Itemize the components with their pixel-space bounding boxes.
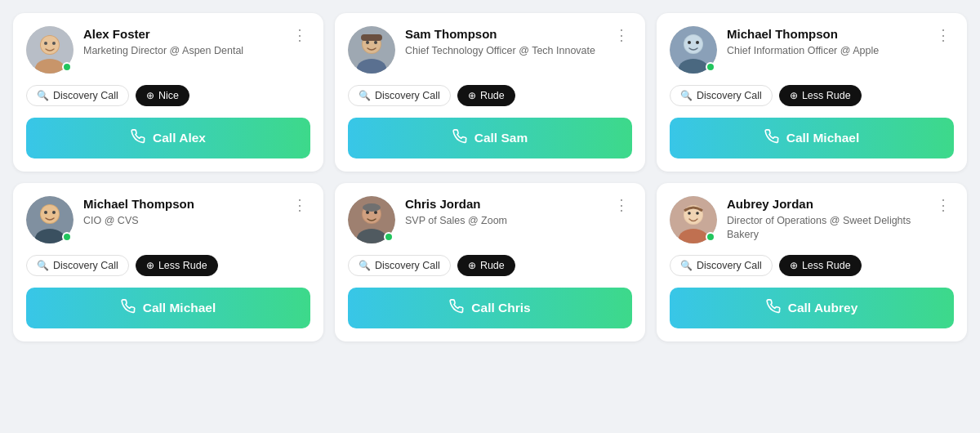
- phone-icon: [766, 299, 781, 317]
- tag-list: 🔍 Discovery Call ⊕ Less Rude: [26, 255, 310, 276]
- persona-tag[interactable]: ⊕ Less Rude: [779, 85, 862, 106]
- call-label: Call Alex: [153, 131, 206, 145]
- call-button[interactable]: Call Michael: [670, 118, 954, 158]
- discovery-call-tag[interactable]: 🔍 Discovery Call: [670, 255, 773, 276]
- contact-role: Director of Operations @ Sweet Delights …: [727, 214, 923, 243]
- phone-icon: [764, 129, 779, 147]
- contact-card-michael-thompson-apple: Michael Thompson Chief Information Offic…: [657, 13, 967, 172]
- tag-list: 🔍 Discovery Call ⊕ Rude: [348, 255, 632, 276]
- persona-icon: ⊕: [146, 260, 154, 271]
- persona-icon: ⊕: [146, 90, 154, 101]
- svg-point-17: [688, 41, 691, 44]
- persona-tag[interactable]: ⊕ Less Rude: [779, 255, 862, 276]
- contact-role: Marketing Director @ Aspen Dental: [83, 44, 279, 59]
- call-button[interactable]: Call Michael: [26, 288, 310, 328]
- persona-icon: ⊕: [790, 90, 798, 101]
- call-label: Call Michael: [143, 301, 216, 315]
- card-header: Alex Foster Marketing Director @ Aspen D…: [26, 26, 310, 74]
- persona-tag[interactable]: ⊕ Rude: [457, 85, 515, 106]
- tag-list: 🔍 Discovery Call ⊕ Less Rude: [670, 85, 954, 106]
- contact-role: CIO @ CVS: [83, 214, 279, 229]
- svg-point-10: [366, 41, 369, 44]
- avatar: [348, 26, 395, 74]
- persona-tag[interactable]: ⊕ Nice: [136, 85, 189, 106]
- more-options-button[interactable]: ⋮: [933, 196, 954, 214]
- more-options-button[interactable]: ⋮: [611, 196, 632, 214]
- svg-point-31: [363, 203, 381, 212]
- tag2-label: Nice: [158, 90, 179, 101]
- persona-icon: ⊕: [790, 260, 798, 271]
- phone-icon: [452, 129, 467, 147]
- contact-name: Aubrey Jordan: [727, 196, 923, 212]
- search-icon: 🔍: [359, 260, 371, 271]
- call-button[interactable]: Call Aubrey: [670, 288, 954, 328]
- contact-card-sam-thompson: Sam Thompson Chief Technology Officer @ …: [335, 13, 645, 172]
- avatar-wrap: [348, 196, 395, 243]
- contact-card-aubrey-jordan: Aubrey Jordan Director of Operations @ S…: [657, 183, 967, 341]
- svg-point-24: [52, 211, 56, 214]
- svg-point-4: [44, 42, 47, 45]
- discovery-call-tag[interactable]: 🔍 Discovery Call: [26, 255, 129, 276]
- svg-rect-12: [361, 34, 382, 41]
- svg-point-18: [696, 41, 699, 44]
- call-button[interactable]: Call Sam: [348, 118, 632, 158]
- tag1-label: Discovery Call: [697, 90, 762, 101]
- avatar-wrap: [348, 26, 395, 74]
- persona-icon: ⊕: [468, 260, 476, 271]
- online-indicator: [384, 232, 394, 242]
- svg-point-36: [688, 212, 691, 215]
- discovery-call-tag[interactable]: 🔍 Discovery Call: [670, 85, 773, 106]
- contact-info: Sam Thompson Chief Technology Officer @ …: [405, 26, 601, 58]
- call-label: Call Michael: [786, 131, 860, 145]
- contact-name: Michael Thompson: [727, 26, 923, 42]
- tag-list: 🔍 Discovery Call ⊕ Rude: [348, 85, 632, 106]
- contacts-grid: Alex Foster Marketing Director @ Aspen D…: [13, 13, 967, 341]
- persona-icon: ⊕: [468, 90, 476, 101]
- tag2-label: Less Rude: [802, 260, 851, 271]
- call-label: Call Sam: [474, 131, 528, 145]
- contact-card-michael-thompson-cvs: Michael Thompson CIO @ CVS ⋮ 🔍 Discovery…: [13, 183, 323, 341]
- tag2-label: Rude: [480, 90, 505, 101]
- more-options-button[interactable]: ⋮: [933, 26, 954, 44]
- call-label: Call Aubrey: [788, 301, 858, 315]
- contact-role: Chief Information Officer @ Apple: [727, 44, 923, 59]
- online-indicator: [706, 62, 715, 72]
- contact-role: Chief Technology Officer @ Tech Innovate: [405, 44, 601, 59]
- tag2-label: Less Rude: [802, 90, 851, 101]
- search-icon: 🔍: [359, 90, 371, 101]
- persona-tag[interactable]: ⊕ Less Rude: [136, 255, 218, 276]
- phone-icon: [449, 299, 464, 317]
- more-options-button[interactable]: ⋮: [289, 26, 310, 44]
- phone-icon: [121, 299, 136, 317]
- tag1-label: Discovery Call: [53, 260, 118, 271]
- avatar-wrap: [670, 196, 717, 243]
- persona-tag[interactable]: ⊕ Rude: [457, 255, 515, 276]
- contact-info: Aubrey Jordan Director of Operations @ S…: [727, 196, 923, 243]
- avatar-wrap: [26, 26, 74, 74]
- svg-point-23: [44, 211, 47, 214]
- discovery-call-tag[interactable]: 🔍 Discovery Call: [348, 85, 451, 106]
- svg-point-11: [374, 41, 377, 44]
- tag-list: 🔍 Discovery Call ⊕ Less Rude: [670, 255, 954, 276]
- card-header: Chris Jordan SVP of Sales @ Zoom ⋮: [348, 196, 632, 243]
- contact-info: Alex Foster Marketing Director @ Aspen D…: [83, 26, 279, 58]
- tag1-label: Discovery Call: [375, 90, 440, 101]
- call-button[interactable]: Call Chris: [348, 288, 632, 328]
- card-header: Aubrey Jordan Director of Operations @ S…: [670, 196, 954, 243]
- search-icon: 🔍: [37, 90, 49, 101]
- online-indicator: [62, 232, 72, 242]
- tag2-label: Less Rude: [158, 260, 207, 271]
- svg-point-37: [696, 212, 699, 215]
- contact-card-chris-jordan: Chris Jordan SVP of Sales @ Zoom ⋮ 🔍 Dis…: [335, 183, 645, 341]
- tag1-label: Discovery Call: [53, 90, 118, 101]
- avatar-wrap: [670, 26, 717, 74]
- contact-info: Chris Jordan SVP of Sales @ Zoom: [405, 196, 601, 228]
- phone-icon: [131, 129, 145, 147]
- discovery-call-tag[interactable]: 🔍 Discovery Call: [348, 255, 451, 276]
- contact-role: SVP of Sales @ Zoom: [405, 214, 601, 229]
- discovery-call-tag[interactable]: 🔍 Discovery Call: [26, 85, 129, 106]
- call-button[interactable]: Call Alex: [26, 118, 310, 158]
- more-options-button[interactable]: ⋮: [289, 196, 310, 214]
- tag-list: 🔍 Discovery Call ⊕ Nice: [26, 85, 310, 106]
- more-options-button[interactable]: ⋮: [611, 26, 632, 44]
